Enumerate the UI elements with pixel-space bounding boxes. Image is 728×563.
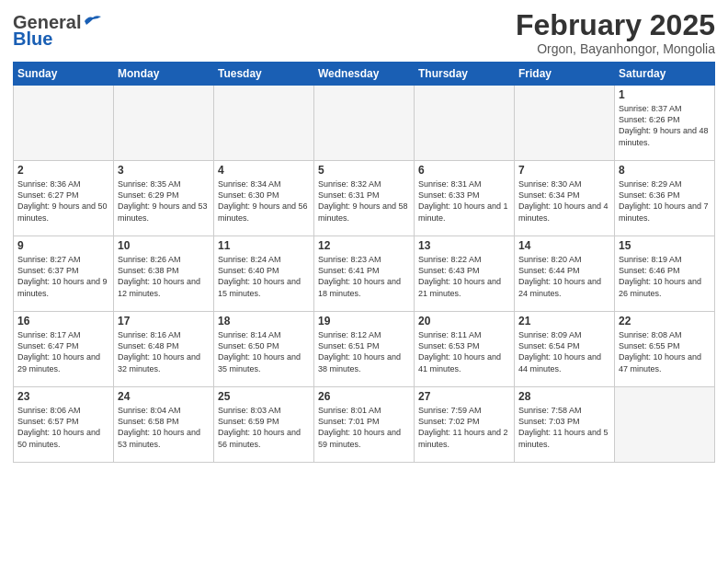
day-number: 14 — [518, 239, 610, 252]
day-number: 8 — [619, 164, 711, 177]
day-info: Sunrise: 7:59 AM Sunset: 7:02 PM Dayligh… — [418, 405, 510, 450]
table-row: 9Sunrise: 8:27 AM Sunset: 6:37 PM Daylig… — [14, 236, 114, 312]
header-wednesday: Wednesday — [314, 63, 415, 86]
day-info: Sunrise: 8:03 AM Sunset: 6:59 PM Dayligh… — [218, 405, 310, 450]
table-row: 21Sunrise: 8:09 AM Sunset: 6:54 PM Dayli… — [515, 312, 615, 387]
day-number: 3 — [118, 164, 210, 177]
day-number: 5 — [318, 164, 410, 177]
day-number: 9 — [17, 239, 109, 252]
table-row: 3Sunrise: 8:35 AM Sunset: 6:29 PM Daylig… — [114, 161, 214, 236]
day-info: Sunrise: 8:29 AM Sunset: 6:36 PM Dayligh… — [619, 178, 711, 224]
table-row: 10Sunrise: 8:26 AM Sunset: 6:38 PM Dayli… — [114, 236, 214, 312]
table-row: 26Sunrise: 8:01 AM Sunset: 7:01 PM Dayli… — [314, 387, 415, 463]
header-thursday: Thursday — [415, 63, 515, 86]
table-row — [14, 86, 114, 161]
day-number: 13 — [418, 239, 510, 252]
day-number: 15 — [619, 239, 711, 252]
table-row — [515, 86, 615, 161]
table-row: 14Sunrise: 8:20 AM Sunset: 6:44 PM Dayli… — [515, 236, 615, 312]
calendar-week-row: 2Sunrise: 8:36 AM Sunset: 6:27 PM Daylig… — [14, 161, 715, 236]
table-row — [415, 86, 515, 161]
table-row — [615, 387, 715, 463]
day-info: Sunrise: 8:20 AM Sunset: 6:44 PM Dayligh… — [518, 254, 610, 299]
day-number: 7 — [518, 164, 610, 177]
day-number: 21 — [518, 315, 610, 327]
day-info: Sunrise: 8:22 AM Sunset: 6:43 PM Dayligh… — [418, 254, 510, 299]
table-row: 24Sunrise: 8:04 AM Sunset: 6:58 PM Dayli… — [114, 387, 214, 463]
day-info: Sunrise: 8:36 AM Sunset: 6:27 PM Dayligh… — [17, 178, 109, 224]
day-number: 24 — [118, 390, 210, 403]
table-row: 1Sunrise: 8:37 AM Sunset: 6:26 PM Daylig… — [615, 86, 715, 161]
day-number: 19 — [318, 315, 410, 327]
header-sunday: Sunday — [14, 63, 114, 86]
table-row: 5Sunrise: 8:32 AM Sunset: 6:31 PM Daylig… — [314, 161, 415, 236]
calendar-week-row: 1Sunrise: 8:37 AM Sunset: 6:26 PM Daylig… — [14, 86, 715, 161]
day-number: 4 — [218, 164, 310, 177]
day-number: 12 — [318, 239, 410, 252]
day-info: Sunrise: 8:35 AM Sunset: 6:29 PM Dayligh… — [118, 178, 210, 224]
day-number: 20 — [418, 315, 510, 327]
day-info: Sunrise: 7:58 AM Sunset: 7:03 PM Dayligh… — [518, 405, 610, 450]
day-number: 1 — [619, 88, 711, 101]
table-row: 7Sunrise: 8:30 AM Sunset: 6:34 PM Daylig… — [515, 161, 615, 236]
day-info: Sunrise: 8:30 AM Sunset: 6:34 PM Dayligh… — [518, 178, 610, 224]
logo: General Blue — [13, 9, 103, 48]
table-row: 28Sunrise: 7:58 AM Sunset: 7:03 PM Dayli… — [515, 387, 615, 463]
location: Orgon, Bayanhongor, Mongolia — [516, 41, 715, 56]
table-row: 6Sunrise: 8:31 AM Sunset: 6:33 PM Daylig… — [415, 161, 515, 236]
day-number: 28 — [518, 390, 610, 403]
day-info: Sunrise: 8:09 AM Sunset: 6:54 PM Dayligh… — [518, 329, 610, 374]
day-number: 18 — [218, 315, 310, 327]
calendar-table: Sunday Monday Tuesday Wednesday Thursday… — [13, 62, 715, 463]
header: General Blue February 2025 Orgon, Bayanh… — [13, 9, 715, 56]
day-number: 23 — [17, 390, 109, 403]
table-row — [114, 86, 214, 161]
calendar-header-row: Sunday Monday Tuesday Wednesday Thursday… — [14, 63, 715, 86]
day-info: Sunrise: 8:14 AM Sunset: 6:50 PM Dayligh… — [218, 329, 310, 374]
title-block: February 2025 Orgon, Bayanhongor, Mongol… — [516, 9, 715, 56]
day-number: 25 — [218, 390, 310, 403]
header-friday: Friday — [515, 63, 615, 86]
day-info: Sunrise: 8:24 AM Sunset: 6:40 PM Dayligh… — [218, 254, 310, 299]
day-info: Sunrise: 8:01 AM Sunset: 7:01 PM Dayligh… — [318, 405, 410, 450]
table-row: 17Sunrise: 8:16 AM Sunset: 6:48 PM Dayli… — [114, 312, 214, 387]
day-info: Sunrise: 8:23 AM Sunset: 6:41 PM Dayligh… — [318, 254, 410, 299]
table-row: 11Sunrise: 8:24 AM Sunset: 6:40 PM Dayli… — [214, 236, 314, 312]
day-number: 22 — [619, 315, 711, 327]
day-info: Sunrise: 8:26 AM Sunset: 6:38 PM Dayligh… — [118, 254, 210, 299]
day-info: Sunrise: 8:04 AM Sunset: 6:58 PM Dayligh… — [118, 405, 210, 450]
table-row: 12Sunrise: 8:23 AM Sunset: 6:41 PM Dayli… — [314, 236, 415, 312]
calendar-week-row: 16Sunrise: 8:17 AM Sunset: 6:47 PM Dayli… — [14, 312, 715, 387]
calendar-week-row: 23Sunrise: 8:06 AM Sunset: 6:57 PM Dayli… — [14, 387, 715, 463]
logo-blue-text: Blue — [13, 29, 103, 48]
table-row: 2Sunrise: 8:36 AM Sunset: 6:27 PM Daylig… — [14, 161, 114, 236]
table-row: 13Sunrise: 8:22 AM Sunset: 6:43 PM Dayli… — [415, 236, 515, 312]
table-row: 8Sunrise: 8:29 AM Sunset: 6:36 PM Daylig… — [615, 161, 715, 236]
day-info: Sunrise: 8:31 AM Sunset: 6:33 PM Dayligh… — [418, 178, 510, 224]
table-row — [314, 86, 415, 161]
header-saturday: Saturday — [615, 63, 715, 86]
table-row: 4Sunrise: 8:34 AM Sunset: 6:30 PM Daylig… — [214, 161, 314, 236]
day-info: Sunrise: 8:27 AM Sunset: 6:37 PM Dayligh… — [17, 254, 109, 299]
table-row: 23Sunrise: 8:06 AM Sunset: 6:57 PM Dayli… — [14, 387, 114, 463]
calendar-week-row: 9Sunrise: 8:27 AM Sunset: 6:37 PM Daylig… — [14, 236, 715, 312]
table-row: 16Sunrise: 8:17 AM Sunset: 6:47 PM Dayli… — [14, 312, 114, 387]
header-monday: Monday — [114, 63, 214, 86]
day-number: 26 — [318, 390, 410, 403]
day-info: Sunrise: 8:16 AM Sunset: 6:48 PM Dayligh… — [118, 329, 210, 374]
table-row: 27Sunrise: 7:59 AM Sunset: 7:02 PM Dayli… — [415, 387, 515, 463]
table-row: 22Sunrise: 8:08 AM Sunset: 6:55 PM Dayli… — [615, 312, 715, 387]
day-info: Sunrise: 8:06 AM Sunset: 6:57 PM Dayligh… — [17, 405, 109, 450]
day-number: 10 — [118, 239, 210, 252]
day-info: Sunrise: 8:19 AM Sunset: 6:46 PM Dayligh… — [619, 254, 711, 299]
table-row: 20Sunrise: 8:11 AM Sunset: 6:53 PM Dayli… — [415, 312, 515, 387]
day-number: 11 — [218, 239, 310, 252]
header-tuesday: Tuesday — [214, 63, 314, 86]
logo-bird-icon — [83, 14, 103, 30]
day-number: 2 — [17, 164, 109, 177]
day-number: 16 — [17, 315, 109, 327]
day-info: Sunrise: 8:34 AM Sunset: 6:30 PM Dayligh… — [218, 178, 310, 224]
day-info: Sunrise: 8:11 AM Sunset: 6:53 PM Dayligh… — [418, 329, 510, 374]
page: General Blue February 2025 Orgon, Bayanh… — [0, 0, 728, 468]
day-info: Sunrise: 8:08 AM Sunset: 6:55 PM Dayligh… — [619, 329, 711, 374]
